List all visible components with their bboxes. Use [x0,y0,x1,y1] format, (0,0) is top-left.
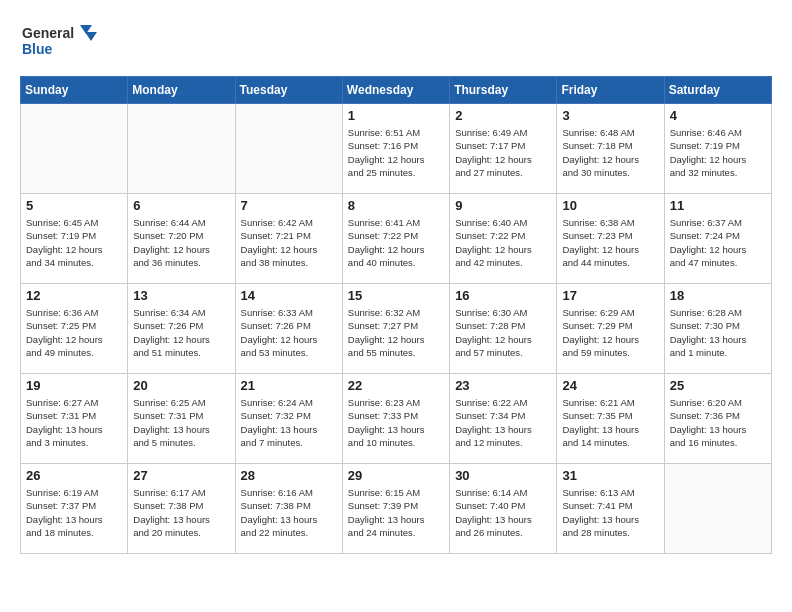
calendar-cell: 14Sunrise: 6:33 AM Sunset: 7:26 PM Dayli… [235,284,342,374]
day-info: Sunrise: 6:48 AM Sunset: 7:18 PM Dayligh… [562,126,658,179]
calendar-cell [128,104,235,194]
day-info: Sunrise: 6:22 AM Sunset: 7:34 PM Dayligh… [455,396,551,449]
day-info: Sunrise: 6:45 AM Sunset: 7:19 PM Dayligh… [26,216,122,269]
day-number: 13 [133,288,229,303]
calendar-cell: 13Sunrise: 6:34 AM Sunset: 7:26 PM Dayli… [128,284,235,374]
day-info: Sunrise: 6:19 AM Sunset: 7:37 PM Dayligh… [26,486,122,539]
day-number: 9 [455,198,551,213]
weekday-header-saturday: Saturday [664,77,771,104]
day-info: Sunrise: 6:15 AM Sunset: 7:39 PM Dayligh… [348,486,444,539]
day-info: Sunrise: 6:46 AM Sunset: 7:19 PM Dayligh… [670,126,766,179]
calendar-week-2: 5Sunrise: 6:45 AM Sunset: 7:19 PM Daylig… [21,194,772,284]
day-number: 3 [562,108,658,123]
svg-marker-3 [85,32,97,41]
calendar-cell: 24Sunrise: 6:21 AM Sunset: 7:35 PM Dayli… [557,374,664,464]
day-number: 16 [455,288,551,303]
logo-icon: GeneralBlue [20,20,100,60]
day-number: 18 [670,288,766,303]
day-info: Sunrise: 6:51 AM Sunset: 7:16 PM Dayligh… [348,126,444,179]
day-number: 29 [348,468,444,483]
day-info: Sunrise: 6:30 AM Sunset: 7:28 PM Dayligh… [455,306,551,359]
day-number: 26 [26,468,122,483]
day-info: Sunrise: 6:21 AM Sunset: 7:35 PM Dayligh… [562,396,658,449]
calendar-cell [664,464,771,554]
day-number: 27 [133,468,229,483]
calendar-cell: 30Sunrise: 6:14 AM Sunset: 7:40 PM Dayli… [450,464,557,554]
calendar-cell [235,104,342,194]
day-info: Sunrise: 6:32 AM Sunset: 7:27 PM Dayligh… [348,306,444,359]
calendar-cell: 2Sunrise: 6:49 AM Sunset: 7:17 PM Daylig… [450,104,557,194]
weekday-header-monday: Monday [128,77,235,104]
calendar-cell: 16Sunrise: 6:30 AM Sunset: 7:28 PM Dayli… [450,284,557,374]
svg-text:Blue: Blue [22,41,53,57]
day-info: Sunrise: 6:33 AM Sunset: 7:26 PM Dayligh… [241,306,337,359]
weekday-header-wednesday: Wednesday [342,77,449,104]
calendar-table: SundayMondayTuesdayWednesdayThursdayFrid… [20,76,772,554]
weekday-header-friday: Friday [557,77,664,104]
calendar-cell: 11Sunrise: 6:37 AM Sunset: 7:24 PM Dayli… [664,194,771,284]
calendar-cell: 22Sunrise: 6:23 AM Sunset: 7:33 PM Dayli… [342,374,449,464]
day-number: 30 [455,468,551,483]
calendar-cell: 18Sunrise: 6:28 AM Sunset: 7:30 PM Dayli… [664,284,771,374]
day-number: 22 [348,378,444,393]
calendar-week-1: 1Sunrise: 6:51 AM Sunset: 7:16 PM Daylig… [21,104,772,194]
weekday-header-thursday: Thursday [450,77,557,104]
day-number: 17 [562,288,658,303]
day-number: 8 [348,198,444,213]
day-info: Sunrise: 6:38 AM Sunset: 7:23 PM Dayligh… [562,216,658,269]
weekday-header-tuesday: Tuesday [235,77,342,104]
day-info: Sunrise: 6:29 AM Sunset: 7:29 PM Dayligh… [562,306,658,359]
day-number: 15 [348,288,444,303]
calendar-cell: 28Sunrise: 6:16 AM Sunset: 7:38 PM Dayli… [235,464,342,554]
calendar-cell: 29Sunrise: 6:15 AM Sunset: 7:39 PM Dayli… [342,464,449,554]
day-number: 2 [455,108,551,123]
day-number: 21 [241,378,337,393]
day-info: Sunrise: 6:34 AM Sunset: 7:26 PM Dayligh… [133,306,229,359]
day-info: Sunrise: 6:23 AM Sunset: 7:33 PM Dayligh… [348,396,444,449]
calendar-cell: 20Sunrise: 6:25 AM Sunset: 7:31 PM Dayli… [128,374,235,464]
calendar-week-5: 26Sunrise: 6:19 AM Sunset: 7:37 PM Dayli… [21,464,772,554]
day-number: 12 [26,288,122,303]
day-info: Sunrise: 6:28 AM Sunset: 7:30 PM Dayligh… [670,306,766,359]
day-info: Sunrise: 6:27 AM Sunset: 7:31 PM Dayligh… [26,396,122,449]
day-number: 20 [133,378,229,393]
day-info: Sunrise: 6:20 AM Sunset: 7:36 PM Dayligh… [670,396,766,449]
day-number: 19 [26,378,122,393]
calendar-cell: 5Sunrise: 6:45 AM Sunset: 7:19 PM Daylig… [21,194,128,284]
day-info: Sunrise: 6:37 AM Sunset: 7:24 PM Dayligh… [670,216,766,269]
calendar-cell: 27Sunrise: 6:17 AM Sunset: 7:38 PM Dayli… [128,464,235,554]
calendar-cell: 7Sunrise: 6:42 AM Sunset: 7:21 PM Daylig… [235,194,342,284]
day-info: Sunrise: 6:41 AM Sunset: 7:22 PM Dayligh… [348,216,444,269]
calendar-cell: 26Sunrise: 6:19 AM Sunset: 7:37 PM Dayli… [21,464,128,554]
day-number: 10 [562,198,658,213]
day-info: Sunrise: 6:42 AM Sunset: 7:21 PM Dayligh… [241,216,337,269]
day-info: Sunrise: 6:25 AM Sunset: 7:31 PM Dayligh… [133,396,229,449]
day-number: 7 [241,198,337,213]
day-number: 11 [670,198,766,213]
weekday-header-sunday: Sunday [21,77,128,104]
calendar-cell: 12Sunrise: 6:36 AM Sunset: 7:25 PM Dayli… [21,284,128,374]
day-number: 23 [455,378,551,393]
calendar-week-3: 12Sunrise: 6:36 AM Sunset: 7:25 PM Dayli… [21,284,772,374]
day-info: Sunrise: 6:49 AM Sunset: 7:17 PM Dayligh… [455,126,551,179]
calendar-cell [21,104,128,194]
day-info: Sunrise: 6:44 AM Sunset: 7:20 PM Dayligh… [133,216,229,269]
day-info: Sunrise: 6:40 AM Sunset: 7:22 PM Dayligh… [455,216,551,269]
calendar-cell: 8Sunrise: 6:41 AM Sunset: 7:22 PM Daylig… [342,194,449,284]
calendar-cell: 23Sunrise: 6:22 AM Sunset: 7:34 PM Dayli… [450,374,557,464]
calendar-cell: 10Sunrise: 6:38 AM Sunset: 7:23 PM Dayli… [557,194,664,284]
weekday-header-row: SundayMondayTuesdayWednesdayThursdayFrid… [21,77,772,104]
calendar-cell: 15Sunrise: 6:32 AM Sunset: 7:27 PM Dayli… [342,284,449,374]
day-info: Sunrise: 6:36 AM Sunset: 7:25 PM Dayligh… [26,306,122,359]
calendar-cell: 6Sunrise: 6:44 AM Sunset: 7:20 PM Daylig… [128,194,235,284]
day-number: 31 [562,468,658,483]
svg-text:General: General [22,25,74,41]
calendar-cell: 3Sunrise: 6:48 AM Sunset: 7:18 PM Daylig… [557,104,664,194]
day-info: Sunrise: 6:24 AM Sunset: 7:32 PM Dayligh… [241,396,337,449]
day-number: 28 [241,468,337,483]
day-number: 1 [348,108,444,123]
day-number: 4 [670,108,766,123]
day-info: Sunrise: 6:16 AM Sunset: 7:38 PM Dayligh… [241,486,337,539]
calendar-cell: 31Sunrise: 6:13 AM Sunset: 7:41 PM Dayli… [557,464,664,554]
day-number: 14 [241,288,337,303]
